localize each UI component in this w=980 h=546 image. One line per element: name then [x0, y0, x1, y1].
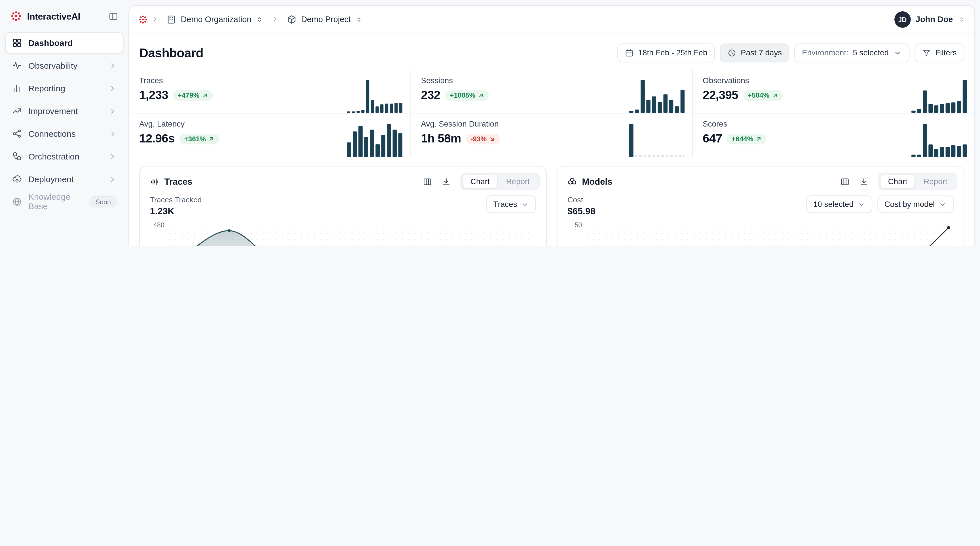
kpi-sparkline — [629, 77, 684, 113]
kpi-scores: Scores647+644% — [693, 113, 975, 157]
filters-button[interactable]: Filters — [915, 43, 964, 62]
kpi-sparkline — [347, 122, 402, 157]
traces-metric-dropdown[interactable]: Traces — [486, 196, 536, 213]
sidebar-item-deployment[interactable]: Deployment — [5, 168, 124, 190]
sidebar-item-observability[interactable]: Observability — [5, 55, 124, 76]
grid-icon — [12, 38, 22, 48]
topbar: Demo Organization Demo Project JD John D… — [129, 6, 974, 34]
tab-chart[interactable]: Chart — [880, 174, 916, 188]
sidebar-item-orchestration[interactable]: Orchestration — [5, 145, 124, 167]
sidebar-item-label: Dashboard — [29, 38, 73, 47]
metric-label: Cost — [567, 196, 595, 204]
brand: InteractiveAI — [5, 6, 124, 32]
sidebar-item-reporting[interactable]: Reporting — [5, 77, 124, 99]
kpi-delta-badge: +1005% — [445, 90, 489, 101]
user-menu[interactable]: JD John Doe — [894, 11, 966, 27]
breadcrumb-separator-icon — [271, 15, 279, 23]
page-title: Dashboard — [139, 46, 203, 60]
sidebar-collapse-button[interactable] — [108, 11, 119, 21]
page-header: Dashboard 18th Feb - 25th Feb Past 7 day… — [129, 34, 974, 70]
svg-text:50: 50 — [574, 221, 582, 229]
kpi-delta-badge: -93% — [466, 133, 500, 144]
chevron-right-icon — [108, 175, 116, 183]
calendar-icon — [625, 48, 634, 57]
environment-label: Environment: — [802, 48, 848, 57]
models-mode-dropdown[interactable]: Cost by model — [877, 196, 954, 213]
kpi-sessions: Sessions232+1005% — [411, 70, 693, 113]
kpi-observations: Observations22,395+504% — [693, 70, 975, 113]
download-button[interactable] — [438, 173, 455, 190]
traces-card: Traces Chart Report Traces Tracked 1.23K — [139, 166, 547, 246]
cloud-up-icon — [12, 174, 22, 184]
kpi-delta-badge: +479% — [173, 90, 213, 101]
card-title: Traces — [164, 177, 192, 187]
svg-text:480: 480 — [153, 221, 164, 229]
globe-icon — [12, 197, 22, 207]
metric-block: Traces Tracked 1.23K — [150, 196, 202, 216]
kpi-delta-badge: +504% — [743, 90, 783, 101]
tab-report[interactable]: Report — [498, 174, 538, 188]
soon-badge: Soon — [90, 196, 116, 208]
project-name: Demo Project — [301, 14, 351, 24]
metric-value: 1.23K — [150, 206, 202, 216]
cards-grid: Traces Chart Report Traces Tracked 1.23K — [129, 157, 974, 246]
chevrons-up-down-icon — [355, 15, 363, 23]
dropdown-value: Cost by model — [885, 200, 935, 209]
sidebar-item-label: Connections — [29, 129, 76, 138]
sidebar-item-dashboard[interactable]: Dashboard — [5, 32, 124, 54]
breadcrumb-separator-icon — [151, 15, 159, 23]
main-panel: Demo Organization Demo Project JD John D… — [129, 5, 975, 246]
panel-left-icon — [108, 11, 119, 21]
kpi-label: Avg. Session Duration — [421, 120, 625, 129]
boxes-icon — [567, 177, 577, 186]
date-range-button[interactable]: 18th Feb - 25th Feb — [617, 43, 715, 62]
traces-line-chart: 01503004802/18/262/19/262/20/262/21/262/… — [150, 220, 536, 246]
arrow-up-right-icon — [208, 135, 215, 142]
filter-icon — [922, 48, 931, 57]
header-actions: 18th Feb - 25th Feb Past 7 days Environm… — [617, 43, 964, 62]
columns-button[interactable] — [419, 173, 436, 190]
sidebar: InteractiveAI DashboardObservabilityRepo… — [0, 0, 129, 246]
kpi-sparkline — [912, 122, 967, 157]
brand-name: InteractiveAI — [27, 11, 103, 21]
project-switcher[interactable]: Demo Project — [282, 11, 368, 27]
models-select-dropdown[interactable]: 10 selected — [806, 196, 872, 213]
org-switcher[interactable]: Demo Organization — [161, 11, 269, 27]
chart-report-toggle: Chart Report — [460, 173, 539, 190]
clock-icon — [727, 48, 736, 57]
sidebar-item-improvement[interactable]: Improvement — [5, 100, 124, 122]
chevron-right-icon — [108, 84, 116, 93]
environment-select[interactable]: Environment: 5 selected — [795, 43, 910, 62]
activity-icon — [12, 61, 22, 71]
trend-up-icon — [12, 106, 22, 116]
chevrons-up-down-icon — [256, 15, 263, 23]
sidebar-item-knowledge-base: Knowledge BaseSoon — [5, 191, 124, 212]
breadcrumb-logo-icon — [138, 14, 148, 24]
metric-label: Traces Tracked — [150, 196, 202, 204]
kpi-value: 647 — [703, 132, 722, 145]
time-preset-button[interactable]: Past 7 days — [720, 43, 789, 62]
kpi-avg-session-duration: Avg. Session Duration1h 58m-93% — [411, 113, 693, 157]
organization-icon — [166, 14, 177, 24]
kpi-label: Scores — [703, 120, 908, 129]
filters-label: Filters — [935, 48, 957, 57]
chart-report-toggle: Chart Report — [878, 173, 957, 190]
download-button[interactable] — [855, 173, 873, 190]
tab-report[interactable]: Report — [915, 174, 955, 188]
metric-block: Cost $65.98 — [567, 196, 595, 216]
columns-button[interactable] — [837, 173, 854, 190]
sidebar-item-connections[interactable]: Connections — [5, 123, 124, 144]
app-root: InteractiveAI DashboardObservabilityRepo… — [0, 0, 980, 246]
tab-chart[interactable]: Chart — [462, 174, 498, 188]
arrow-up-right-icon — [201, 92, 208, 99]
share-network-icon — [12, 129, 22, 139]
chevron-right-icon — [108, 62, 116, 70]
models-controls: 10 selected Cost by model — [806, 196, 953, 213]
sidebar-item-label: Observability — [29, 61, 77, 70]
kpi-label: Avg. Latency — [139, 120, 344, 129]
environment-value: 5 selected — [853, 48, 889, 57]
sidebar-nav: DashboardObservabilityReportingImproveme… — [5, 32, 124, 212]
stage: InteractiveAI DashboardObservabilityRepo… — [0, 0, 980, 246]
kpi-sparkline — [912, 77, 967, 113]
arrow-up-right-icon — [477, 92, 484, 99]
